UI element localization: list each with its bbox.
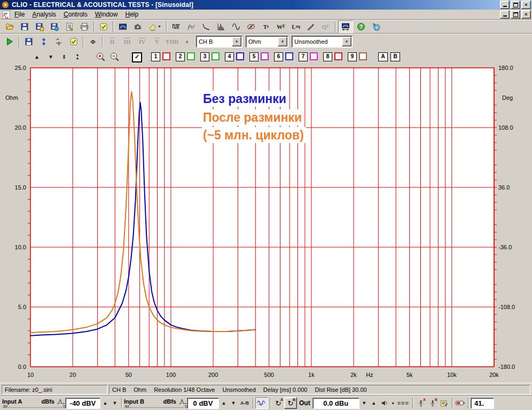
child-restore-button[interactable] <box>511 10 520 19</box>
save-as-button[interactable] <box>33 21 46 33</box>
mic-a-icon[interactable]: A <box>415 398 427 408</box>
help-button[interactable]: ? <box>354 21 368 33</box>
chevron-down-icon[interactable]: ▼ <box>278 37 287 46</box>
fft-live-off-button[interactable] <box>244 21 258 33</box>
zoom-out-icon[interactable] <box>109 52 120 62</box>
save-current-button[interactable] <box>22 36 36 48</box>
input-b-down-icon[interactable]: ▼ <box>229 400 238 406</box>
curve-6-button[interactable]: 6 <box>274 52 283 61</box>
curve-9-checkbox[interactable] <box>359 52 367 60</box>
scale-compress-icon[interactable]: ▼▲ <box>73 53 82 61</box>
overlay-b-button[interactable]: B <box>390 52 400 61</box>
menu-file[interactable]: File <box>11 10 28 19</box>
sinusoidal-document-icon[interactable]: sin <box>1 9 11 20</box>
ts-parameters-button[interactable]: Ts <box>259 21 273 33</box>
input-b-up-icon[interactable]: ▲ <box>219 400 229 406</box>
decay-analysis-button[interactable] <box>199 21 213 33</box>
output-level[interactable]: 0.0 dBu <box>312 398 359 409</box>
snapshot-button[interactable] <box>131 21 145 33</box>
meas-settings-button[interactable] <box>67 36 81 48</box>
channel-select[interactable]: CH B▼ <box>196 36 242 48</box>
curve-5-checkbox[interactable] <box>261 52 269 60</box>
linearity-steps-button[interactable] <box>304 21 318 33</box>
close-button[interactable]: × <box>521 1 531 9</box>
scale-expand-icon[interactable]: ▲▼ <box>59 53 69 61</box>
input-a-sensitivity[interactable]: -40 dBV <box>65 398 100 409</box>
speaker-icon[interactable] <box>379 398 390 408</box>
out-up-icon[interactable]: ▲ <box>369 400 379 406</box>
scale-down-icon[interactable]: ▼ <box>46 53 56 61</box>
restore-button[interactable] <box>511 1 520 9</box>
dropdown-arrow-icon[interactable]: ▼ <box>158 25 161 28</box>
curve-6-checkbox[interactable] <box>285 52 293 60</box>
curve-2-button[interactable]: 2 <box>176 52 185 61</box>
menu-window[interactable]: Window <box>91 10 122 19</box>
unit-select[interactable]: Ohm▼ <box>246 36 288 48</box>
menu-controls[interactable]: Controls <box>60 10 91 19</box>
scale-adjust-icon: -+ <box>54 37 63 46</box>
generator-signal-icon[interactable] <box>255 397 268 409</box>
y-left-tick-label: 10.0 <box>15 244 26 250</box>
chevron-down-icon[interactable]: ▼ <box>232 37 241 46</box>
curve-8-checkbox[interactable] <box>334 52 342 60</box>
fft-analysis-button[interactable] <box>214 21 228 33</box>
curve-7-button[interactable]: 7 <box>299 52 308 61</box>
smoothing-select[interactable]: Unsmoothed▼ <box>292 36 353 48</box>
status-item: Delay [ms] 0.000 <box>263 387 308 393</box>
quality-control-button: QC <box>319 21 333 33</box>
online-help-button[interactable]: ? <box>369 21 383 33</box>
loop-b-icon[interactable]: ↻B <box>284 397 297 409</box>
minimize-button[interactable] <box>500 1 510 9</box>
menu-analysis[interactable]: Analysis <box>28 10 60 19</box>
meas-settings-icon <box>69 37 78 46</box>
show-all-curves-checkbox[interactable]: ✓ <box>132 52 142 62</box>
measurement-size-button[interactable] <box>338 20 353 33</box>
curve-4-checkbox[interactable] <box>236 52 244 60</box>
curve-7-checkbox[interactable] <box>310 52 318 60</box>
vertical-scale-button[interactable] <box>37 36 51 48</box>
autoscale-button[interactable] <box>116 21 130 33</box>
leq-analysis-button[interactable]: Leq <box>289 21 303 33</box>
curve-8-button[interactable]: 8 <box>323 52 332 61</box>
curve-5-button[interactable]: 5 <box>249 52 259 61</box>
out-down-icon[interactable]: ▼ <box>359 400 369 406</box>
curve-1-checkbox[interactable] <box>162 52 170 60</box>
curve-3-button[interactable]: 3 <box>200 52 209 61</box>
print-button[interactable] <box>77 21 91 33</box>
loop-a-icon[interactable]: ↻A <box>272 398 284 408</box>
chevron-down-icon[interactable]: ▼ <box>342 37 351 46</box>
zoom-in-icon[interactable] <box>96 52 106 62</box>
input-a-up-icon[interactable]: ▲ <box>100 400 110 406</box>
input-a-down-icon[interactable]: ▼ <box>110 400 120 406</box>
child-minimize-button[interactable] <box>500 10 510 19</box>
export-data-button[interactable] <box>48 21 61 33</box>
scale-up-icon[interactable]: ▲ <box>32 53 42 61</box>
options-button[interactable] <box>97 21 111 33</box>
waterfall-analysis-button[interactable] <box>184 21 198 33</box>
delete-overlays-button[interactable]: ▼ <box>146 21 164 33</box>
notes-icon[interactable] <box>439 398 450 408</box>
speaker-dropdown-icon[interactable]: ▼ <box>390 401 396 405</box>
mic-b-icon[interactable]: B <box>427 398 439 408</box>
save-file-button[interactable] <box>18 21 32 33</box>
start-measurement-button[interactable] <box>3 36 17 48</box>
sinusoidal-analysis-button[interactable] <box>229 21 243 33</box>
curve-9-button[interactable]: 9 <box>348 52 357 61</box>
waterfall-direct-button[interactable]: WF <box>274 21 288 33</box>
child-close-button[interactable]: × <box>521 10 531 19</box>
input-b-sensitivity[interactable]: 0 dBV <box>187 398 219 409</box>
curve-2-checkbox[interactable] <box>187 52 195 60</box>
curve-1-button[interactable]: 1 <box>151 52 160 61</box>
curve-4-button[interactable]: 4 <box>225 52 234 61</box>
scale-adjust-button[interactable]: -+ <box>52 36 66 48</box>
export-report-button[interactable] <box>62 21 76 33</box>
overlay-a-button[interactable]: A <box>378 52 388 61</box>
phase-display-button[interactable]: Φ <box>86 36 100 48</box>
menu-help[interactable]: Help <box>121 10 142 19</box>
signal-type-icon[interactable]: === <box>397 400 409 406</box>
mls-analysis-button[interactable] <box>169 21 183 33</box>
open-file-button[interactable] <box>3 21 17 33</box>
curve-3-checkbox[interactable] <box>212 52 220 60</box>
divide-scale-button[interactable]: ÷ <box>180 36 194 48</box>
open-file-icon <box>5 22 14 31</box>
